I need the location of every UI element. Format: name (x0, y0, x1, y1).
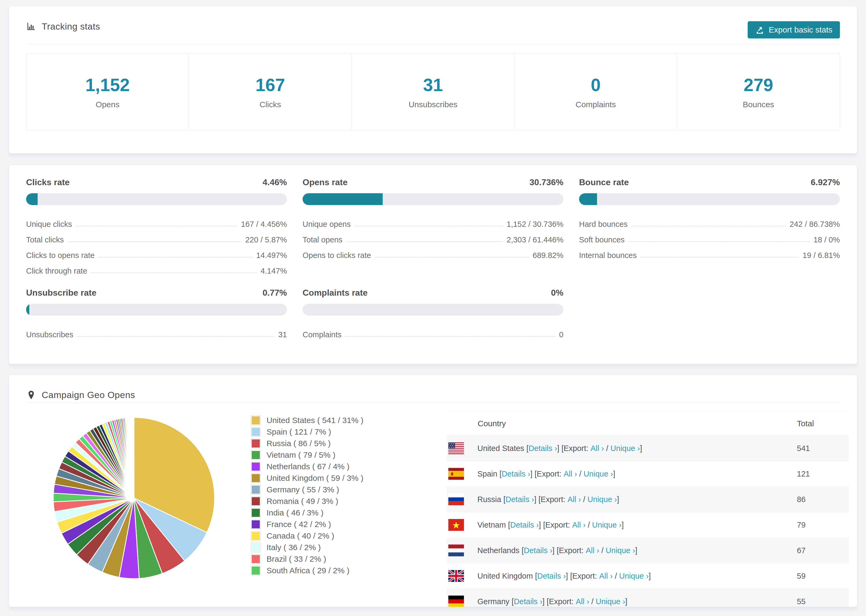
legend-label: Brazil ( 33 / 2% ) (266, 555, 326, 564)
rate-block-unsubscribe-rate: Unsubscribe rate0.77%Unsubscribes31 (26, 288, 287, 339)
rate-row: Unsubscribes31 (26, 324, 287, 339)
dotted-leader (76, 226, 237, 226)
export-all-link[interactable]: All › (590, 444, 604, 453)
bracket: ] [Export: (557, 444, 590, 453)
legend-swatch (251, 497, 261, 506)
geo-table-body: United States [Details ›] [Export: All ›… (447, 436, 849, 607)
legend-swatch-color (252, 520, 260, 528)
tracking-stats-card: Tracking stats Export basic stats 1,152O… (9, 6, 857, 154)
legend-label: Russia ( 86 / 5% ) (266, 439, 331, 448)
stat-cell-unsubscribes: 31Unsubscribes (351, 54, 514, 130)
bracket: ] [Export: (539, 520, 572, 530)
export-unique-link[interactable]: Unique › (619, 572, 649, 580)
export-all-link[interactable]: All › (599, 572, 612, 580)
legend-swatch (251, 566, 261, 575)
export-unique-link[interactable]: Unique › (611, 444, 640, 453)
details-link[interactable]: Details › (505, 495, 534, 504)
slash: / (581, 495, 587, 504)
table-row-es: Spain [Details ›] [Export: All › / Uniqu… (447, 461, 849, 487)
legend-label: Netherlands ( 67 / 4% ) (266, 462, 350, 471)
stat-label: Complaints (576, 100, 616, 109)
geo-title: Campaign Geo Opens (42, 390, 135, 400)
country-name: Netherlands (477, 546, 521, 555)
export-icon (755, 25, 764, 35)
country-name: United States (477, 444, 526, 453)
rate-row: Unique opens1,152 / 30.736% (302, 213, 564, 229)
rate-rows: Complaints0 (302, 324, 564, 339)
legend-label: South Africa ( 29 / 2% ) (266, 566, 350, 575)
stat-value: 279 (744, 75, 773, 95)
export-all-link[interactable]: All › (586, 546, 599, 555)
export-unique-link[interactable]: Unique › (606, 546, 635, 555)
legend-swatch-color (252, 451, 260, 459)
details-link[interactable]: Details › (502, 470, 530, 478)
details-link[interactable]: Details › (537, 572, 565, 580)
details-link[interactable]: Details › (510, 520, 539, 530)
dotted-leader (375, 257, 529, 258)
flag-vn-icon (448, 519, 464, 531)
rate-row-label: Unique opens (302, 220, 351, 229)
rate-progress-track (302, 304, 564, 316)
rate-row: Internal bounces19 / 6.81% (579, 244, 840, 260)
dotted-leader (354, 226, 503, 226)
rate-row-value: 167 / 4.456% (241, 220, 287, 229)
export-unique-link[interactable]: Unique › (587, 495, 617, 504)
geo-table-header: Country Total (447, 412, 849, 436)
details-link[interactable]: Details › (514, 597, 542, 606)
export-all-link[interactable]: All › (567, 495, 581, 504)
legend-item-brazil: Brazil ( 33 / 2% ) (251, 553, 363, 565)
export-unique-link[interactable]: Unique › (592, 520, 622, 530)
dotted-leader (628, 241, 809, 242)
rate-row-value: 4.147% (261, 267, 287, 275)
rate-block-opens-rate: Opens rate30.736%Unique opens1,152 / 30.… (302, 178, 564, 275)
country-name: Germany (477, 597, 512, 606)
stat-cell-complaints: 0Complaints (514, 54, 677, 130)
bracket: [ (504, 495, 505, 504)
rate-row-value: 31 (279, 330, 287, 339)
bracket: ] [Export: (553, 546, 586, 555)
slash: / (612, 572, 619, 580)
export-all-link[interactable]: All › (576, 597, 589, 606)
dotted-leader (68, 241, 241, 242)
rate-row: Total clicks220 / 5.87% (26, 229, 287, 244)
details-link[interactable]: Details › (524, 546, 553, 555)
rate-rows: Unique opens1,152 / 30.736%Total opens2,… (302, 213, 564, 260)
flag-us-icon (448, 442, 464, 454)
total-column-header: Total (797, 419, 849, 428)
legend-swatch (251, 438, 261, 448)
export-all-link[interactable]: All › (564, 470, 577, 478)
export-basic-stats-button[interactable]: Export basic stats (748, 21, 840, 38)
rate-progress-fill (26, 304, 29, 316)
export-unique-link[interactable]: Unique › (584, 470, 613, 478)
bracket: ] [Export: (531, 470, 564, 478)
rate-progress-track (302, 193, 564, 205)
rate-block-clicks-rate: Clicks rate4.46%Unique clicks167 / 4.456… (26, 178, 287, 275)
stat-label: Clicks (260, 100, 281, 109)
geo-opens-table: Country Total United States [Details ›] … (447, 411, 849, 607)
slash: / (589, 597, 596, 606)
export-all-link[interactable]: All › (572, 520, 586, 530)
export-unique-link[interactable]: Unique › (596, 597, 625, 606)
bar-chart-icon (26, 22, 36, 32)
rate-row-label: Total clicks (26, 236, 64, 244)
legend-label: United Kingdom ( 59 / 3% ) (266, 473, 363, 483)
bracket: [ (535, 572, 537, 580)
tracking-stats-header: Tracking stats (26, 21, 100, 32)
legend-swatch (251, 485, 261, 495)
header-divider (26, 44, 840, 44)
dotted-leader (346, 241, 503, 242)
campaign-geo-opens-card: Campaign Geo Opens United States ( 541 /… (9, 374, 857, 607)
rate-value: 0.77% (263, 288, 287, 298)
rate-row: Click through rate4.147% (26, 260, 287, 275)
legend-label: France ( 42 / 2% ) (266, 520, 331, 529)
details-link[interactable]: Details › (529, 444, 557, 453)
legend-swatch-color (252, 416, 260, 424)
rate-row-label: Total opens (302, 236, 342, 244)
country-cell: Germany [Details ›] [Export: All › / Uni… (477, 597, 797, 606)
rate-row-label: Clicks to opens rate (26, 251, 94, 260)
total-cell: 59 (797, 572, 849, 580)
rate-rows: Unique clicks167 / 4.456%Total clicks220… (26, 213, 287, 275)
rate-progress-track (26, 193, 287, 205)
geo-opens-pie-chart (50, 415, 217, 581)
total-cell: 121 (797, 470, 849, 478)
